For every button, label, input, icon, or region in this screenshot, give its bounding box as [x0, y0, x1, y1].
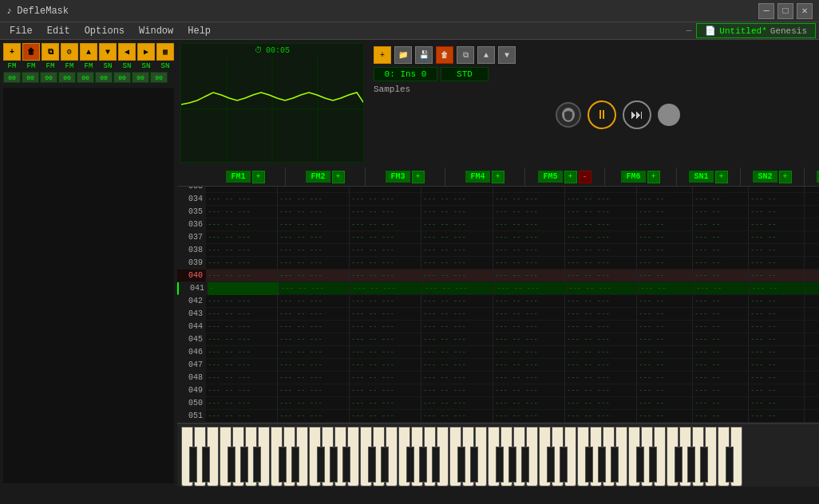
- piano-black-key[interactable]: [675, 447, 682, 482]
- pattern-cell-fm6[interactable]: --- -- ---: [565, 308, 637, 321]
- pattern-cell-fm1[interactable]: --- -- ---: [206, 206, 278, 219]
- pattern-cell-fm3[interactable]: --- -- ---: [350, 359, 421, 372]
- pattern-cell-fm4[interactable]: --- -- ---: [421, 372, 493, 384]
- pattern-cell-fm2[interactable]: --- -- ---: [278, 206, 350, 219]
- pattern-cell-fm1[interactable]: -: [208, 282, 279, 295]
- pattern-cell-fm2[interactable]: --- -- ---: [278, 372, 350, 384]
- pattern-cell-fm5[interactable]: --- -- ---: [493, 231, 565, 244]
- pattern-cell-fm1[interactable]: --- -- ---: [206, 346, 278, 359]
- pattern-cell-fm6[interactable]: --- -- ---: [565, 187, 637, 193]
- pattern-cell-fm3[interactable]: --- -- ---: [350, 193, 421, 206]
- pattern-cell-fm4[interactable]: --- -- ---: [423, 282, 495, 295]
- piano-black-key[interactable]: [496, 447, 504, 482]
- minimize-button[interactable]: ─: [758, 3, 774, 19]
- pattern-cell-sn3[interactable]: --- --: [749, 410, 805, 423]
- down-button[interactable]: ▼: [99, 43, 117, 61]
- maximize-button[interactable]: □: [777, 3, 793, 19]
- pattern-cell-fm2[interactable]: --- -- ---: [278, 270, 350, 282]
- piano-black-key[interactable]: [317, 447, 325, 482]
- pattern-cell-fm6[interactable]: --- -- ---: [565, 295, 637, 308]
- pattern-cell-fm4[interactable]: --- -- ---: [421, 244, 493, 257]
- piano-black-key[interactable]: [611, 447, 619, 482]
- pattern-cell-sn2[interactable]: --- --: [693, 295, 749, 308]
- pattern-cell-fm6[interactable]: --- -- ---: [565, 244, 637, 257]
- delete-inst-button[interactable]: 🗑: [436, 46, 453, 64]
- pattern-cell-sn3[interactable]: --- --: [749, 206, 805, 219]
- pattern-cell-fm3[interactable]: --- -- ---: [350, 270, 421, 282]
- pattern-cell-sn3[interactable]: --- --: [749, 270, 805, 282]
- pattern-cell-fm5[interactable]: --- -- ---: [493, 359, 565, 372]
- pattern-cell-fm5[interactable]: --- -- ---: [493, 397, 565, 410]
- pattern-cell-fm3[interactable]: --- -- ---: [350, 257, 421, 270]
- ch-add-fm1[interactable]: +: [252, 171, 265, 183]
- pattern-cell-sn1[interactable]: --- --: [637, 333, 693, 346]
- pattern-cell-fm4[interactable]: --- -- ---: [421, 333, 493, 346]
- pattern-cell-sn3[interactable]: --- --: [749, 372, 805, 384]
- pattern-cell-fm3[interactable]: --- -- ---: [350, 244, 421, 257]
- pattern-cell-sn3[interactable]: --- --: [749, 193, 805, 206]
- pattern-cell-fm2[interactable]: --- -- ---: [279, 282, 351, 295]
- pattern-cell-fm3[interactable]: --- -- ---: [350, 206, 421, 219]
- pattern-cell-fm2[interactable]: --- -- ---: [278, 295, 350, 308]
- pattern-cell-fm6[interactable]: --- -- ---: [567, 282, 639, 295]
- table-row[interactable]: 039--- -- ------ -- ------ -- ------ -- …: [177, 257, 819, 270]
- ch-add-fm6[interactable]: +: [647, 171, 660, 183]
- pattern-cell-fm4[interactable]: --- -- ---: [421, 257, 493, 270]
- pattern-cell-sn3[interactable]: --- --: [749, 231, 805, 244]
- pattern-cell-fm6[interactable]: --- -- ---: [565, 206, 637, 219]
- pattern-cell-sn1[interactable]: --- --: [637, 321, 693, 333]
- piano-black-key[interactable]: [240, 447, 248, 482]
- pattern-cell-fm3[interactable]: --- -- ---: [350, 187, 421, 193]
- ch-add-fm2[interactable]: +: [332, 171, 345, 183]
- pattern-cell-sn1[interactable]: --- --: [639, 282, 694, 295]
- pattern-cell-fm5[interactable]: --- -- ---: [493, 193, 565, 206]
- pattern-cell-sn1[interactable]: --- --: [637, 397, 693, 410]
- menu-file[interactable]: File: [3, 24, 39, 38]
- ch-add-fm5[interactable]: +: [564, 171, 577, 183]
- pattern-cell-sn1[interactable]: --- --: [637, 308, 693, 321]
- pattern-cell-fm6[interactable]: --- -- ---: [565, 231, 637, 244]
- menu-window[interactable]: Window: [133, 24, 180, 38]
- add-instrument-button[interactable]: +: [374, 46, 391, 64]
- pattern-cell-fm1[interactable]: --- -- ---: [206, 244, 278, 257]
- piano-black-key[interactable]: [253, 447, 261, 482]
- pattern-cell-fm2[interactable]: --- -- ---: [278, 193, 350, 206]
- pattern-cell-fm2[interactable]: --- -- ---: [278, 244, 350, 257]
- pattern-cell-sn3[interactable]: --- --: [749, 333, 805, 346]
- pattern-cell-sn1[interactable]: --- --: [637, 359, 693, 372]
- pattern-cell-fm1[interactable]: --- -- ---: [206, 219, 278, 231]
- pattern-cell-fm2[interactable]: --- -- ---: [278, 231, 350, 244]
- pattern-cell-fm6[interactable]: --- -- ---: [565, 410, 637, 423]
- pattern-cell-fm2[interactable]: --- -- ---: [278, 308, 350, 321]
- pattern-cell-sn1[interactable]: --- --: [637, 187, 693, 193]
- piano-black-key[interactable]: [189, 447, 197, 482]
- pattern-cell-fm2[interactable]: --- -- ---: [278, 346, 350, 359]
- table-row[interactable]: 042--- -- ------ -- ------ -- ------ -- …: [177, 295, 819, 308]
- pattern-cell-fm3[interactable]: --- -- ---: [350, 219, 421, 231]
- pattern-cell-fm3[interactable]: --- -- ---: [350, 333, 421, 346]
- close-button[interactable]: ✕: [797, 3, 813, 19]
- pattern-cell-fm4[interactable]: --- -- ---: [421, 231, 493, 244]
- table-row[interactable]: 051--- -- ------ -- ------ -- ------ -- …: [177, 410, 819, 423]
- piano-black-key[interactable]: [508, 447, 516, 482]
- pattern-cell-fm3[interactable]: --- -- ---: [350, 397, 421, 410]
- ch-add-sn1[interactable]: +: [715, 171, 728, 183]
- pattern-cell-sn2[interactable]: --- --: [694, 282, 750, 295]
- pattern-cell-fm5[interactable]: --- -- ---: [495, 282, 567, 295]
- table-row[interactable]: 047--- -- ------ -- ------ -- ------ -- …: [177, 359, 819, 372]
- piano-black-key[interactable]: [381, 447, 389, 482]
- pattern-cell-fm3[interactable]: --- -- ---: [350, 308, 421, 321]
- pattern-cell-fm3[interactable]: --- -- ---: [350, 231, 421, 244]
- ch-add-sn2[interactable]: +: [779, 171, 792, 183]
- right-button[interactable]: ▶: [137, 43, 155, 61]
- piano-keyboard[interactable]: [177, 423, 819, 486]
- pattern-cell-sn2[interactable]: --- --: [693, 333, 749, 346]
- mask-button[interactable]: [556, 102, 581, 128]
- stop-button[interactable]: [658, 104, 680, 126]
- pattern-cell-fm4[interactable]: --- -- ---: [421, 384, 493, 397]
- pattern-cell-fm5[interactable]: --- -- ---: [493, 295, 565, 308]
- pattern-cell-fm2[interactable]: --- -- ---: [278, 321, 350, 333]
- pattern-cell-fm2[interactable]: --- -- ---: [278, 187, 350, 193]
- pattern-cell-fm1[interactable]: --- -- ---: [206, 193, 278, 206]
- pattern-cell-sn1[interactable]: --- --: [637, 270, 693, 282]
